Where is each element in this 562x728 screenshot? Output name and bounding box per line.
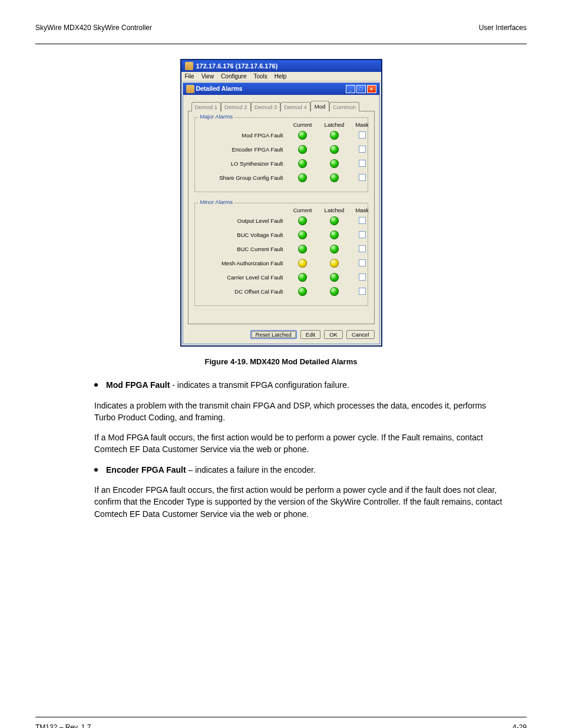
alarm-label: BUC Voltage Fault — [199, 232, 287, 238]
led-latched — [330, 145, 339, 154]
reset-latched-button[interactable]: Reset Latched — [250, 330, 297, 339]
maximize-button[interactable]: □ — [356, 85, 366, 93]
menubar: File View Configure Tools Help — [181, 72, 381, 81]
bullet-rest: – indicates a failure in the encoder. — [186, 465, 316, 475]
alarm-label: Carrier Level Cal Fault — [199, 274, 287, 281]
alarm-label: Mesh Authorization Fault — [199, 260, 287, 266]
tab-demod3[interactable]: Demod 3 — [251, 102, 281, 111]
inner-window: Detailed Alarms _ □ × Demod 1 Demod 2 De… — [183, 83, 380, 344]
col-latched: Latched — [319, 121, 351, 128]
led-latched — [330, 273, 339, 282]
alarm-row: Mod FPGA Fault — [199, 128, 364, 142]
mask-checkbox[interactable] — [359, 274, 366, 281]
led-current — [298, 259, 307, 268]
bullet-rest: - indicates a transmit FPGA configuratio… — [170, 380, 349, 390]
outer-window: 172.17.6.176 (172.17.6.176) File View Co… — [180, 59, 382, 347]
led-current — [298, 159, 307, 168]
edit-button[interactable]: Edit — [300, 330, 320, 339]
header-left: SkyWire MDX420 SkyWire Controller — [35, 24, 152, 32]
outer-title-text: 172.17.6.176 (172.17.6.176) — [196, 62, 278, 70]
menu-tools[interactable]: Tools — [253, 73, 267, 80]
bullet-item: Mod FPGA Fault - indicates a transmit FP… — [94, 379, 503, 391]
tab-demod2[interactable]: Demod 2 — [221, 102, 251, 111]
mask-checkbox[interactable] — [359, 160, 366, 167]
mask-checkbox[interactable] — [359, 146, 366, 153]
menu-help[interactable]: Help — [275, 73, 287, 80]
col-mask: Mask — [351, 121, 374, 128]
led-latched — [330, 216, 339, 225]
menu-view[interactable]: View — [201, 73, 214, 80]
inner-title-text: Detailed Alarms — [196, 85, 242, 92]
led-latched — [330, 245, 339, 253]
alarm-row: Share Group Config Fault — [199, 170, 364, 185]
led-latched — [330, 230, 339, 239]
tab-demod1[interactable]: Demod 1 — [191, 102, 222, 111]
button-row: Reset Latched Edit OK Cancel — [188, 324, 375, 339]
col-current: Current — [287, 207, 319, 213]
bullet-lead: Mod FPGA Fault — [106, 380, 170, 390]
close-button[interactable]: × — [367, 85, 376, 93]
body-text: Mod FPGA Fault - indicates a transmit FP… — [35, 379, 527, 520]
dialog-body: Demod 1 Demod 2 Demod 3 Demod 4 Mod Comm… — [183, 95, 379, 344]
alarm-label: Encoder FPGA Fault — [199, 146, 287, 153]
footer-rule — [35, 717, 527, 717]
tab-panel: Major Alarms Current Latched Mask Mod FP… — [188, 111, 375, 324]
bullet-icon — [94, 468, 98, 472]
footer-left: TM132 – Rev. 1.7 — [35, 723, 91, 728]
header-right: User Interfaces — [479, 24, 527, 32]
alarm-label: DC Offset Cal Fault — [199, 288, 287, 295]
major-legend: Major Alarms — [199, 113, 234, 120]
alarm-label: LO Synthesizer Fault — [199, 160, 287, 167]
led-current — [298, 145, 307, 154]
mask-checkbox[interactable] — [359, 174, 366, 181]
led-current — [298, 230, 307, 239]
major-alarms-group: Major Alarms Current Latched Mask Mod FP… — [194, 117, 368, 192]
tab-mod[interactable]: Mod — [310, 101, 329, 111]
led-current — [298, 245, 307, 253]
mask-checkbox[interactable] — [359, 245, 366, 252]
col-latched: Latched — [319, 207, 351, 213]
inner-titlebar[interactable]: Detailed Alarms _ □ × — [183, 83, 379, 95]
minor-alarms-group: Minor Alarms Current Latched Mask Output… — [194, 203, 368, 306]
mask-checkbox[interactable] — [359, 259, 366, 266]
led-latched — [330, 159, 339, 168]
led-current — [298, 216, 307, 225]
java-icon — [186, 85, 194, 93]
tab-common[interactable]: Common — [329, 102, 359, 111]
minimize-button[interactable]: _ — [346, 85, 355, 93]
alarm-row: DC Offset Cal Fault — [199, 284, 364, 298]
tab-demod4[interactable]: Demod 4 — [280, 102, 310, 111]
bullet-icon — [94, 383, 98, 387]
figure-caption: Figure 4-19. MDX420 Mod Detailed Alarms — [35, 357, 527, 366]
led-current — [298, 273, 307, 282]
led-latched — [330, 131, 339, 140]
alarm-label: Output Level Fault — [199, 218, 287, 224]
mask-checkbox[interactable] — [359, 288, 366, 295]
mask-checkbox[interactable] — [359, 231, 366, 238]
paragraph: If an Encoder FPGA fault occurs, the fir… — [94, 484, 503, 520]
col-mask: Mask — [351, 207, 374, 213]
bullet-item: Encoder FPGA Fault – indicates a failure… — [94, 464, 503, 476]
mask-checkbox[interactable] — [359, 131, 366, 139]
tabstrip: Demod 1 Demod 2 Demod 3 Demod 4 Mod Comm… — [191, 101, 375, 111]
ok-button[interactable]: OK — [324, 330, 343, 339]
cancel-button[interactable]: Cancel — [346, 330, 375, 339]
menu-configure[interactable]: Configure — [221, 73, 246, 80]
menu-file[interactable]: File — [185, 73, 194, 80]
paragraph: Indicates a problem with the transmit ch… — [94, 400, 503, 424]
cols-header: Current Latched Mask — [199, 207, 364, 213]
alarm-row: Output Level Fault — [199, 213, 364, 228]
alarm-row: BUC Current Fault — [199, 242, 364, 256]
alarm-label: Mod FPGA Fault — [199, 132, 287, 139]
java-icon — [185, 62, 193, 70]
alarm-row: Mesh Authorization Fault — [199, 256, 364, 270]
alarm-row: Encoder FPGA Fault — [199, 142, 364, 156]
outer-titlebar[interactable]: 172.17.6.176 (172.17.6.176) — [181, 60, 381, 72]
alarm-row: BUC Voltage Fault — [199, 228, 364, 242]
led-current — [298, 131, 307, 140]
alarm-label: Share Group Config Fault — [199, 174, 287, 181]
led-current — [298, 173, 307, 182]
alarm-label: BUC Current Fault — [199, 246, 287, 252]
mask-checkbox[interactable] — [359, 217, 366, 224]
bullet-lead: Encoder FPGA Fault — [106, 465, 186, 475]
